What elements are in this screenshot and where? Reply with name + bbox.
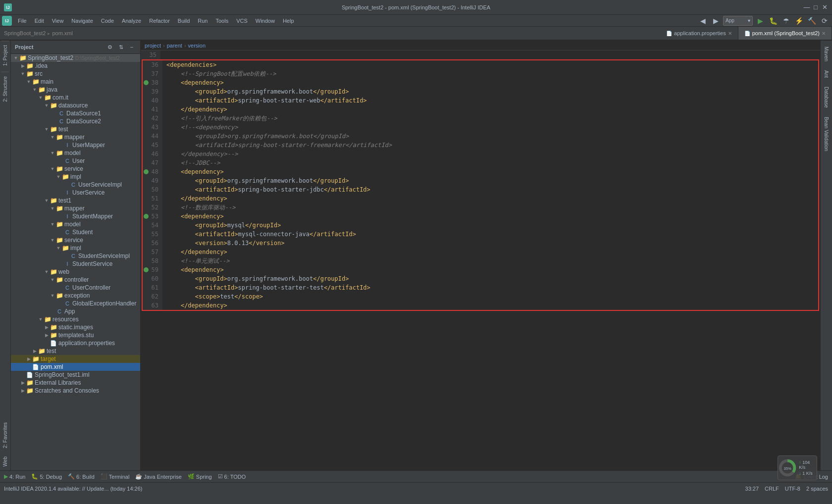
collapse-button[interactable]: − <box>127 43 136 51</box>
code-editor[interactable]: 35 36 <dependencies> 37 <!--SpringBoot配置… <box>141 50 820 470</box>
tab-pom-xml[interactable]: 📄 pom.xml (SpringBoot_test2) ✕ <box>738 27 832 40</box>
tree-service1[interactable]: ▼ 📁 service <box>11 165 140 173</box>
encoding[interactable]: UTF-8 <box>785 486 800 492</box>
menu-vcs[interactable]: VCS <box>232 17 252 25</box>
tree-student[interactable]: C Student <box>11 228 140 236</box>
tree-studentservice[interactable]: I StudentService <box>11 260 140 268</box>
tree-comit[interactable]: ▼ 📁 com.it <box>11 94 140 101</box>
menu-build[interactable]: Build <box>174 17 194 25</box>
tab-close-app-props[interactable]: ✕ <box>728 31 732 36</box>
bean-validation-panel-btn[interactable]: Bean Validation <box>823 113 830 155</box>
menu-window[interactable]: Window <box>252 17 279 25</box>
tree-mapper2[interactable]: ▼ 📁 mapper <box>11 204 140 212</box>
tree-appprops[interactable]: 📄 application.properties <box>11 339 140 347</box>
tree-exception[interactable]: ▼ 📁 exception <box>11 292 140 300</box>
project-tab-btn[interactable]: 1: Project <box>1 41 9 70</box>
tree-test-src[interactable]: ▶ 📁 test <box>11 347 140 355</box>
tree-geh[interactable]: C GlobalExceptionHandler <box>11 300 140 307</box>
ant-panel-btn[interactable]: Ant <box>823 66 830 82</box>
tree-user[interactable]: C User <box>11 157 140 165</box>
tab-close-pom[interactable]: ✕ <box>822 31 826 36</box>
tree-model1[interactable]: ▼ 📁 model <box>11 149 140 157</box>
forward-button[interactable]: ▶ <box>710 15 721 26</box>
close-button[interactable]: ✕ <box>821 4 828 11</box>
tree-web[interactable]: ▼ 📁 web <box>11 268 140 276</box>
tree-model2[interactable]: ▼ 📁 model <box>11 220 140 228</box>
tree-test1[interactable]: ▼ 📁 test1 <box>11 197 140 204</box>
tree-app[interactable]: C App <box>11 307 140 315</box>
tree-resources[interactable]: ▼ 📁 resources <box>11 315 140 323</box>
tree-impl1[interactable]: ▼ 📁 impl <box>11 173 140 181</box>
tree-mapper1[interactable]: ▼ 📁 mapper <box>11 133 140 141</box>
tree-src[interactable]: ▼ 📁 src <box>11 70 140 78</box>
debug-button[interactable]: 🐛 <box>768 15 779 26</box>
tree-datasource2[interactable]: C DataSource2 <box>11 117 140 125</box>
breadcrumb-project[interactable]: project <box>145 43 161 49</box>
structure-tab-btn[interactable]: 2: Structure <box>1 72 9 106</box>
run-config-dropdown[interactable]: App ▾ <box>723 16 753 26</box>
debug-panel-btn[interactable]: 🐛 5: Debug <box>31 473 62 480</box>
tree-impl2[interactable]: ▼ 📁 impl <box>11 244 140 252</box>
menu-refactor[interactable]: Refactor <box>145 17 174 25</box>
todo-panel-btn[interactable]: ☑ 6: TODO <box>218 473 246 480</box>
tree-usercontroller[interactable]: C UserController <box>11 284 140 292</box>
tree-userservice[interactable]: I UserService <box>11 189 140 197</box>
tree-templatesstu[interactable]: ▶ 📁 templates.stu <box>11 331 140 339</box>
tree-idea[interactable]: ▶ 📁 .idea <box>11 62 140 70</box>
favorites-tab-btn[interactable]: 2: Favorites <box>1 418 9 452</box>
tree-main[interactable]: ▼ 📁 main <box>11 78 140 86</box>
menu-run[interactable]: Run <box>194 17 211 25</box>
menu-edit[interactable]: Edit <box>31 17 48 25</box>
tree-iml[interactable]: 📄 SpringBoot_test1.iml <box>11 371 140 379</box>
run-button[interactable]: ▶ <box>755 15 766 26</box>
tree-test-folder[interactable]: ▼ 📁 test <box>11 125 140 133</box>
settings-button[interactable]: ⚙ <box>105 43 114 51</box>
line-code-36: <dependencies> <box>162 60 818 69</box>
javaenterprise-panel-btn[interactable]: ☕ Java Enterprise <box>135 473 181 480</box>
tree-studentmapper[interactable]: I StudentMapper <box>11 212 140 220</box>
menu-help[interactable]: Help <box>279 17 298 25</box>
tree-datasource[interactable]: ▼ 📁 datasource <box>11 101 140 109</box>
menu-analyze[interactable]: Analyze <box>118 17 145 25</box>
tree-userserviceimpl[interactable]: C UserServiceImpl <box>11 181 140 189</box>
tree-usermapper[interactable]: I UserMapper <box>11 141 140 149</box>
tree-controller[interactable]: ▼ 📁 controller <box>11 276 140 284</box>
tree-target[interactable]: ▶ 📁 target <box>11 355 140 363</box>
editor-content-wrapper: 35 36 <dependencies> 37 <!--SpringBoot配置… <box>141 50 820 315</box>
line-separator[interactable]: CRLF <box>765 486 779 492</box>
menu-navigate[interactable]: Navigate <box>67 17 97 25</box>
breadcrumb-parent[interactable]: parent <box>167 43 182 49</box>
menu-code[interactable]: Code <box>97 17 118 25</box>
database-panel-btn[interactable]: Database <box>823 83 830 112</box>
build-button[interactable]: 🔨 <box>806 15 817 26</box>
tree-scratches[interactable]: ▶ 📁 Scratches and Consoles <box>11 387 140 395</box>
web-tab-btn[interactable]: Web <box>1 453 9 470</box>
tab-application-properties[interactable]: 📄 application.properties ✕ <box>660 27 738 40</box>
menu-file[interactable]: File <box>14 17 31 25</box>
indent-info[interactable]: 2 spaces <box>806 486 828 492</box>
coverage-button[interactable]: ☂ <box>780 15 791 26</box>
tree-staticimages[interactable]: ▶ 📁 static.images <box>11 323 140 331</box>
run-panel-btn[interactable]: ▶ 4: Run <box>4 473 25 480</box>
tree-pomxml[interactable]: 📄 pom.xml <box>11 363 140 371</box>
terminal-panel-btn[interactable]: ⬛ Terminal <box>101 473 130 480</box>
menu-view[interactable]: View <box>48 17 68 25</box>
tree-datasource1[interactable]: C DataSource1 <box>11 109 140 117</box>
sort-button[interactable]: ⇅ <box>116 43 125 51</box>
build-panel-btn[interactable]: 🔨 6: Build <box>68 473 95 480</box>
tree-java[interactable]: ▼ 📁 java <box>11 86 140 94</box>
minimize-button[interactable]: — <box>803 4 810 11</box>
back-button[interactable]: ◀ <box>697 15 708 26</box>
profile-button[interactable]: ⚡ <box>793 15 804 26</box>
breadcrumb-version[interactable]: version <box>188 43 206 49</box>
spring-panel-btn[interactable]: 🌿 Spring <box>188 473 212 480</box>
tree-studentserviceimpl[interactable]: C StudentServiceImpl <box>11 252 140 260</box>
tree-root[interactable]: ▼ 📁 SpringBoot_test2 D:\SpringBoot_test2 <box>11 54 140 62</box>
tree-extlibs[interactable]: ▶ 📁 External Libraries <box>11 379 140 387</box>
cursor-position[interactable]: 33:27 <box>745 486 759 492</box>
menu-tools[interactable]: Tools <box>211 17 232 25</box>
maven-panel-btn[interactable]: Maven <box>823 43 830 65</box>
refresh-button[interactable]: ⟳ <box>819 15 830 26</box>
tree-service2[interactable]: ▼ 📁 service <box>11 236 140 244</box>
maximize-button[interactable]: □ <box>812 4 819 11</box>
